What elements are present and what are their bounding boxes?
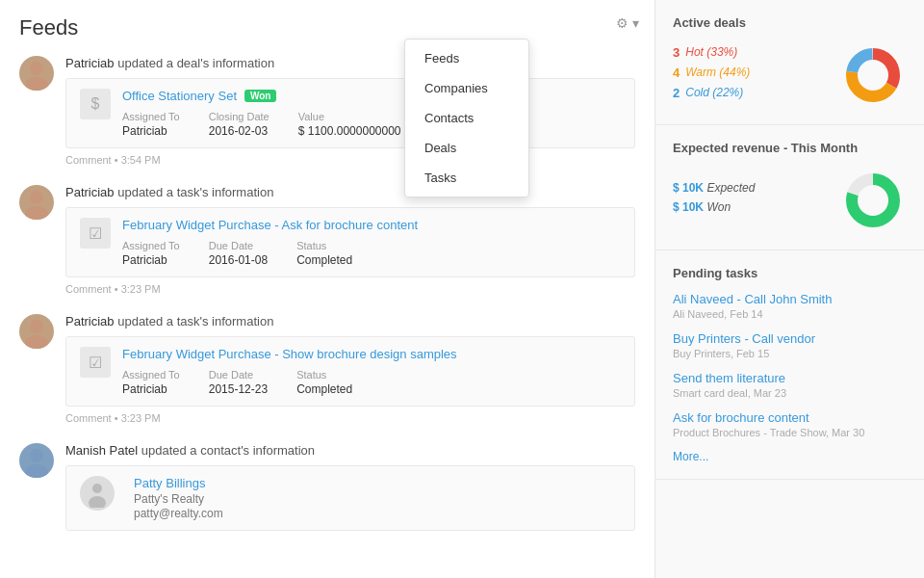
task-title-2[interactable]: Send them literature (673, 371, 907, 385)
task-due-value-1: 2016-01-08 (209, 253, 268, 267)
task-item-0: Ali Naveed - Call John Smith Ali Naveed,… (673, 292, 907, 320)
won-badge: Won (244, 90, 276, 102)
expected-amount: $ 10K (673, 181, 704, 195)
svg-point-16 (860, 187, 886, 214)
cold-legend-item: 2 Cold (22%) (673, 86, 839, 100)
menu-item-tasks[interactable]: Tasks (405, 163, 528, 193)
task-assigned-label-1: Assigned To (122, 240, 180, 251)
feed-content-contact: Manish Patel updated a contact's informa… (65, 443, 635, 531)
active-deals-donut (839, 41, 907, 109)
task-icon-wrap-2: ☑ (80, 347, 111, 396)
assigned-to-value: Patriciab (122, 124, 180, 138)
task-icon-1: ☑ (80, 218, 111, 249)
feed-actor-3: Patriciab (65, 314, 115, 328)
feed-header-2: Patriciab updated a task's information (65, 185, 635, 199)
menu-item-feeds[interactable]: Feeds (405, 43, 528, 73)
deal-card: $ Office Stationery Set Won Assigned To … (65, 78, 635, 148)
task-card-1: ☑ February Widget Purchase - Ask for bro… (65, 207, 635, 277)
main-feed: Feeds ⚙ ▾ Feeds Companies Contacts Deals… (0, 0, 654, 578)
task-item-3: Ask for brochure content Product Brochur… (673, 410, 907, 438)
time-2: 3:23 PM (121, 283, 161, 295)
feed-item-deal: Patriciab updated a deal's information $… (19, 56, 635, 166)
feed-footer-1: Comment • 3:54 PM (65, 154, 635, 166)
task-title-1[interactable]: Buy Printers - Call vendor (673, 331, 907, 346)
deals-legend: 3 Hot (33%) 4 Warm (44%) 2 Cold (22%) (673, 45, 839, 106)
task-title-1[interactable]: February Widget Purchase - Ask for broch… (122, 218, 418, 232)
contact-card: Patty Billings Patty's Realty patty@real… (65, 465, 635, 531)
time-3: 3:23 PM (121, 412, 161, 424)
task-title-0[interactable]: Ali Naveed - Call John Smith (673, 292, 907, 306)
contact-card-body: Patty Billings Patty's Realty patty@real… (80, 476, 621, 520)
assigned-to-field: Assigned To Patriciab (122, 111, 180, 138)
feed-header-4: Manish Patel updated a contact's informa… (65, 443, 635, 458)
feed-content-task-2: Patriciab updated a task's information ☑… (65, 314, 635, 424)
task-due-2: Due Date 2015-12-23 (209, 369, 268, 396)
active-deals-content: 3 Hot (33%) 4 Warm (44%) 2 Cold (22%) (673, 41, 907, 109)
task-icon-wrap-1: ☑ (80, 218, 111, 267)
task-meta-0: Ali Naveed, Feb 14 (673, 308, 907, 320)
closing-date-label: Closing Date (209, 111, 270, 122)
task-assigned-1: Assigned To Patriciab (122, 240, 180, 267)
task-fields-2: Assigned To Patriciab Due Date 2015-12-2… (122, 369, 457, 396)
comment-label-3: Comment (65, 412, 112, 424)
deals-donut-chart (839, 41, 907, 109)
task-title-2[interactable]: February Widget Purchase - Show brochure… (122, 347, 457, 361)
cold-count: 2 (673, 86, 680, 100)
task-status-value-2: Completed (296, 382, 352, 396)
svg-point-13 (860, 62, 886, 89)
active-deals-section: Active deals 3 Hot (33%) 4 Warm (44%) 2 … (655, 0, 924, 125)
dropdown-menu: Feeds Companies Contacts Deals Tasks (404, 39, 529, 197)
hot-count: 3 (673, 45, 680, 60)
svg-point-5 (25, 335, 48, 349)
menu-item-companies[interactable]: Companies (405, 73, 528, 103)
menu-item-contacts[interactable]: Contacts (405, 103, 528, 133)
task-status-2: Status Completed (296, 369, 352, 396)
task-title-3[interactable]: Ask for brochure content (673, 410, 907, 425)
deal-title[interactable]: Office Stationery Set (122, 89, 237, 103)
task-card-2: ☑ February Widget Purchase - Show brochu… (65, 336, 635, 407)
feed-actor-2: Patriciab (65, 185, 115, 199)
revenue-donut (839, 167, 907, 234)
warm-label: Warm (44%) (685, 66, 750, 79)
comment-label-1: Comment (65, 154, 112, 166)
hot-legend-item: 3 Hot (33%) (673, 45, 839, 60)
svg-point-9 (89, 496, 106, 508)
gear-button[interactable]: ⚙ ▾ (616, 15, 639, 31)
comment-label-2: Comment (65, 283, 112, 295)
revenue-legend: $ 10K Expected $ 10K Won (673, 181, 755, 220)
contact-details: Patty Billings Patty's Realty patty@real… (126, 476, 223, 520)
avatar (19, 56, 54, 91)
task-due-value-2: 2015-12-23 (209, 382, 268, 396)
avatar-2 (19, 185, 54, 220)
task-due-label-2: Due Date (209, 369, 268, 381)
task-details-2: February Widget Purchase - Show brochure… (122, 347, 457, 396)
feed-item-task-2: Patriciab updated a task's information ☑… (19, 314, 635, 424)
feed-actor-4: Manish Patel (65, 443, 138, 458)
task-card-header-1: February Widget Purchase - Ask for broch… (122, 218, 418, 232)
dropdown-overlay: Feeds Companies Contacts Deals Tasks (404, 39, 529, 197)
avatar-4 (19, 443, 54, 478)
cold-label: Cold (22%) (685, 86, 743, 99)
task-assigned-value-2: Patriciab (122, 382, 180, 396)
task-meta-3: Product Brochures - Trade Show, Mar 30 (673, 427, 907, 438)
task-fields-1: Assigned To Patriciab Due Date 2016-01-0… (122, 240, 418, 267)
won-label: Won (706, 200, 731, 214)
feed-footer-3: Comment • 3:23 PM (65, 412, 635, 424)
page-title: Feeds (19, 15, 635, 40)
svg-point-8 (92, 484, 102, 493)
task-due-1: Due Date 2016-01-08 (209, 240, 268, 267)
contact-name[interactable]: Patty Billings (134, 476, 205, 490)
task-item-2: Send them literature Smart card deal, Ma… (673, 371, 907, 399)
task-status-value-1: Completed (296, 253, 352, 267)
deal-icon-wrap: $ (80, 89, 111, 138)
menu-item-deals[interactable]: Deals (405, 133, 528, 163)
task-meta-2: Smart card deal, Mar 23 (673, 387, 907, 399)
pending-tasks-section: Pending tasks Ali Naveed - Call John Smi… (655, 250, 924, 480)
feed-actor: Patriciab (65, 56, 115, 70)
svg-point-4 (30, 320, 43, 333)
feed-footer-2: Comment • 3:23 PM (65, 283, 635, 295)
avatar-3 (19, 314, 54, 349)
task-status-1: Status Completed (296, 240, 352, 267)
more-link[interactable]: More... (673, 450, 907, 463)
expected-label: Expected (706, 181, 755, 195)
